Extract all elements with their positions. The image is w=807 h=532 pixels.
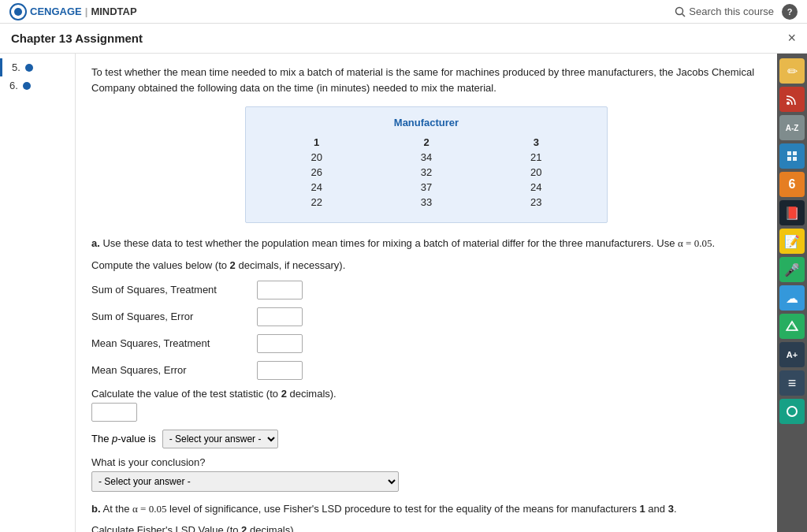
table-cell: 37 — [371, 180, 481, 195]
part-b-label: b. — [91, 503, 101, 515]
content-area: To test whether the mean time needed to … — [76, 54, 777, 532]
separator: | — [85, 6, 88, 17]
table-cell: 20 — [262, 150, 371, 165]
col-header-1: 1 — [262, 135, 371, 150]
table-cell: 26 — [262, 165, 371, 180]
table-cell: 20 — [482, 165, 591, 180]
top-bar: CENGAGE | MINDTAP Search this course ? — [0, 0, 807, 24]
ss-treatment-row: Sum of Squares, Treatment — [91, 281, 761, 299]
table-cell: 21 — [482, 150, 591, 165]
ss-treatment-input[interactable] — [257, 281, 303, 299]
col-header-3: 3 — [482, 135, 591, 150]
sidebar-item-6-label: 6. — [9, 80, 18, 91]
sidebar-dot-5 — [25, 64, 33, 72]
col-header-2: 2 — [371, 135, 481, 150]
topbar-left: CENGAGE | MINDTAP — [9, 3, 137, 20]
search-label: Search this course — [689, 6, 774, 17]
manufacturer-table-wrap: Manufacturer 1 2 3 203421263220243724223… — [245, 106, 608, 223]
svg-rect-5 — [787, 151, 791, 155]
cengage-text: CENGAGE — [30, 6, 82, 17]
mindtap-text: MINDTAP — [91, 6, 136, 17]
table-cell: 23 — [482, 195, 591, 210]
ss-error-input[interactable] — [257, 307, 303, 326]
question-intro: To test whether the mean time needed to … — [91, 65, 761, 95]
ms-error-label: Mean Squares, Error — [91, 364, 249, 376]
note-tool-btn[interactable]: 📝 — [779, 229, 805, 254]
grade-tool-btn[interactable]: A+ — [779, 342, 805, 367]
topbar-right: Search this course ? — [675, 4, 798, 20]
audio-tool-btn[interactable]: 🎤 — [779, 257, 805, 282]
compute-line: Compute the values below (to 2 decimals,… — [91, 259, 761, 271]
right-tools-panel: ✏ A-Z 6 📕 📝 🎤 ☁ — [777, 54, 807, 532]
help-button[interactable]: ? — [782, 4, 798, 20]
ms-treatment-label: Mean Squares, Treatment — [91, 337, 249, 349]
circle-icon — [786, 405, 798, 418]
conclusion-row: What is your conclusion? - Select your a… — [91, 456, 761, 492]
ms-error-row: Mean Squares, Error — [91, 361, 761, 380]
ms-treatment-row: Mean Squares, Treatment — [91, 334, 761, 353]
svg-rect-6 — [793, 151, 797, 155]
ms-treatment-input[interactable] — [257, 334, 303, 353]
sidebar-item-5[interactable]: 5. — [0, 58, 75, 76]
search-icon — [675, 6, 686, 17]
list-tool-btn[interactable]: ≡ — [779, 370, 805, 396]
pvalue-label-text: The p-value is — [91, 433, 156, 445]
rss-icon — [786, 93, 798, 106]
svg-point-1 — [14, 8, 22, 16]
circle-tool-btn[interactable] — [779, 399, 805, 424]
ss-error-label: Sum of Squares, Error — [91, 311, 249, 322]
conclusion-label: What is your conclusion? — [91, 456, 761, 468]
sidebar-item-6[interactable]: 6. — [0, 76, 75, 95]
book-tool-btn[interactable]: 📕 — [779, 200, 805, 225]
ms-error-input[interactable] — [257, 361, 303, 380]
svg-point-4 — [787, 102, 790, 105]
table-cell: 33 — [371, 195, 481, 210]
cloud-tool-btn[interactable]: ☁ — [779, 285, 805, 311]
table-cell: 34 — [371, 150, 481, 165]
six-tool-btn[interactable]: 6 — [779, 172, 805, 197]
manufacturer-table-title: Manufacturer — [262, 117, 591, 128]
manufacturer-table: 1 2 3 203421263220243724223323 — [262, 135, 591, 210]
rss-tool-btn[interactable] — [779, 87, 805, 112]
close-button[interactable]: × — [787, 30, 796, 47]
sidebar-dot-6 — [23, 82, 31, 90]
drive-tool-btn[interactable] — [779, 314, 805, 339]
part-a-text: a. Use these data to test whether the po… — [91, 236, 761, 251]
chapter-title: Chapter 13 Assignment — [11, 32, 143, 45]
pencil-tool-btn[interactable]: ✏ — [779, 58, 805, 84]
test-stat-input[interactable] — [91, 403, 137, 422]
table-cell: 32 — [371, 165, 481, 180]
fisher-label: Calculate Fisher's LSD Value (to 2 decim… — [91, 524, 761, 532]
part-b-text: b. At the α = 0.05 level of significance… — [91, 501, 761, 517]
cengage-icon — [9, 3, 27, 20]
test-stat-row: Calculate the value of the test statisti… — [91, 388, 761, 422]
search-area[interactable]: Search this course — [675, 6, 774, 17]
svg-rect-8 — [793, 157, 797, 161]
part-a-label: a. — [91, 237, 100, 249]
conclusion-select[interactable]: - Select your answer - — [91, 471, 399, 492]
office-tool-btn[interactable] — [779, 143, 805, 169]
sidebar: 5. 6. — [0, 54, 76, 532]
chapter-bar: Chapter 13 Assignment × — [0, 24, 807, 54]
cengage-logo: CENGAGE | MINDTAP — [9, 3, 137, 20]
svg-point-2 — [676, 7, 683, 14]
office-icon — [786, 150, 798, 162]
svg-rect-7 — [787, 157, 791, 161]
table-cell: 22 — [262, 195, 371, 210]
pvalue-select[interactable]: - Select your answer - — [162, 430, 278, 448]
table-cell: 24 — [482, 180, 591, 195]
ss-treatment-label: Sum of Squares, Treatment — [91, 284, 249, 296]
az-tool-btn[interactable]: A-Z — [779, 115, 805, 140]
main-layout: 5. 6. To test whether the mean time need… — [0, 54, 807, 532]
drive-icon — [786, 320, 798, 333]
ss-error-row: Sum of Squares, Error — [91, 307, 761, 326]
table-cell: 24 — [262, 180, 371, 195]
svg-point-11 — [787, 407, 797, 416]
pvalue-row: The p-value is - Select your answer - — [91, 430, 761, 448]
test-stat-label: Calculate the value of the test statisti… — [91, 388, 761, 400]
svg-line-3 — [682, 13, 686, 17]
sidebar-item-5-label: 5. — [12, 61, 20, 73]
